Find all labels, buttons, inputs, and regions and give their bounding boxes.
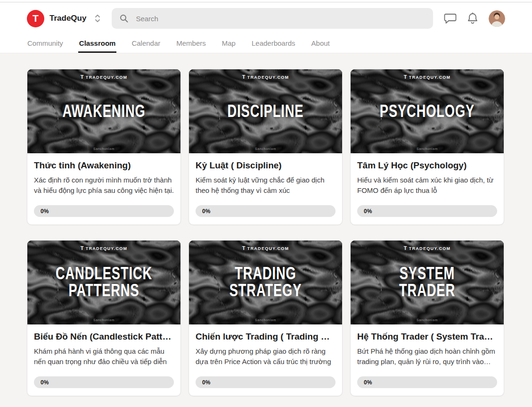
- cover-watermark: Sanchonlam: [351, 147, 504, 150]
- tab-map[interactable]: Map: [221, 34, 237, 53]
- course-title: Chiến lược Trading ( Trading Strat...: [196, 332, 336, 342]
- cover-title: PSYCHOLOGY: [352, 102, 503, 120]
- progress-label: 0%: [364, 208, 372, 215]
- header-icons: [444, 10, 505, 27]
- cover-brand: TTRADEQUY.COM: [351, 245, 504, 251]
- course-cover-image: TTRADEQUY.COM SYSTEMTRADER Sanchonlam: [351, 241, 504, 324]
- course-description: Bứt Phá hệ thống giao dịch hoàn chỉnh gồ…: [357, 346, 497, 367]
- nav-tabs: Community Classroom Calendar Members Map…: [0, 34, 532, 53]
- course-cover-image: TTRADEQUY.COM DISCIPLINE Sanchonlam: [189, 69, 342, 153]
- cover-watermark: Sanchonlam: [189, 318, 342, 322]
- progress-label: 0%: [41, 379, 49, 386]
- cover-brand-text: TRADEQUY.COM: [247, 75, 289, 80]
- course-card[interactable]: TTRADEQUY.COM PSYCHOLOGY Sanchonlam Tâm …: [350, 69, 504, 225]
- cover-title: CANDLESTICKPATTERNS: [28, 265, 180, 299]
- tab-leaderboards[interactable]: Leaderboards: [251, 34, 296, 53]
- course-card-body: Chiến lược Trading ( Trading Strat... Xâ…: [189, 324, 342, 396]
- cover-brand-logo: T: [404, 245, 408, 251]
- tab-members[interactable]: Members: [175, 34, 207, 53]
- course-cover-image: TTRADEQUY.COM AWAKENING Sanchonlam: [27, 69, 180, 153]
- course-card-body: Thức tỉnh (Awakening) Xác định rõ con ng…: [27, 153, 180, 224]
- course-card[interactable]: TTRADEQUY.COM AWAKENING Sanchonlam Thức …: [27, 69, 181, 225]
- progress-label: 0%: [41, 208, 49, 215]
- course-title: Thức tỉnh (Awakening): [34, 160, 174, 171]
- community-name: TradeQuy: [49, 14, 86, 23]
- cover-brand-text: TRADEQUY.COM: [86, 75, 128, 80]
- course-description: Kiểm soát kỷ luật vững chắc để giao dịch…: [196, 175, 336, 196]
- cover-watermark: Sanchonlam: [27, 318, 180, 322]
- cover-brand-logo: T: [242, 245, 246, 251]
- course-title: Biểu Đồ Nến (Candlestick Patterns): [34, 332, 174, 342]
- progress-label: 0%: [364, 379, 372, 386]
- course-description: Khám phá hành vi giá thông qua các mẫu n…: [34, 346, 174, 367]
- progress-label: 0%: [202, 379, 210, 386]
- cover-brand-logo: T: [404, 74, 408, 80]
- cover-brand-text: TRADEQUY.COM: [86, 246, 128, 251]
- progress-label: 0%: [202, 208, 210, 215]
- progress-bar: 0%: [357, 376, 497, 388]
- cover-brand: TTRADEQUY.COM: [189, 245, 342, 251]
- search-icon: [119, 14, 129, 23]
- course-cover-image: TTRADEQUY.COM PSYCHOLOGY Sanchonlam: [351, 69, 504, 153]
- progress-bar: 0%: [357, 205, 497, 217]
- course-card[interactable]: TTRADEQUY.COM TRADINGSTRATEGY Sanchonlam…: [188, 240, 343, 396]
- progress-bar: 0%: [34, 376, 174, 388]
- course-cover-image: TTRADEQUY.COM TRADINGSTRATEGY Sanchonlam: [189, 241, 342, 324]
- course-card-body: Hệ Thống Trader ( System Trader) Bứt Phá…: [351, 324, 504, 396]
- tab-classroom[interactable]: Classroom: [78, 34, 117, 53]
- course-card[interactable]: TTRADEQUY.COM DISCIPLINE Sanchonlam Kỷ L…: [188, 69, 343, 225]
- cover-brand: TTRADEQUY.COM: [189, 74, 342, 80]
- community-switcher-icon[interactable]: [93, 12, 102, 25]
- cover-brand: TTRADEQUY.COM: [351, 74, 504, 80]
- cover-title: DISCIPLINE: [190, 102, 341, 120]
- site-header: T TradeQuy: [0, 2, 532, 53]
- search-bar[interactable]: [112, 8, 433, 29]
- course-description: Hiểu và kiểm soát cảm xúc khi giao dịch,…: [357, 175, 497, 196]
- tab-calendar[interactable]: Calendar: [131, 34, 161, 53]
- cover-title: AWAKENING: [28, 102, 180, 120]
- course-title: Tâm Lý Học (Psychology): [357, 160, 497, 171]
- notifications-bell-icon[interactable]: [467, 12, 478, 25]
- course-description: Xây dựng phương pháp giao dịch rõ ràng d…: [196, 346, 336, 367]
- progress-bar: 0%: [196, 376, 336, 388]
- cover-brand: TTRADEQUY.COM: [27, 245, 180, 251]
- course-title: Hệ Thống Trader ( System Trader): [357, 332, 497, 342]
- course-grid: TTRADEQUY.COM AWAKENING Sanchonlam Thức …: [0, 53, 532, 407]
- logo-letter: T: [33, 13, 39, 24]
- community-logo[interactable]: T: [27, 10, 44, 27]
- cover-brand-text: TRADEQUY.COM: [247, 246, 289, 251]
- cover-brand-text: TRADEQUY.COM: [409, 75, 451, 80]
- tab-about[interactable]: About: [311, 34, 331, 53]
- tab-community[interactable]: Community: [26, 34, 64, 53]
- course-card-body: Tâm Lý Học (Psychology) Hiểu và kiểm soá…: [351, 153, 504, 224]
- cover-title: SYSTEMTRADER: [352, 265, 503, 299]
- cover-brand-logo: T: [242, 74, 246, 80]
- cover-brand: TTRADEQUY.COM: [27, 74, 180, 80]
- course-description: Xác định rõ con người mình muốn trở thàn…: [34, 175, 174, 196]
- cover-brand-logo: T: [81, 245, 84, 251]
- cover-watermark: Sanchonlam: [27, 147, 180, 150]
- progress-bar: 0%: [196, 205, 336, 217]
- cover-brand-logo: T: [81, 74, 84, 80]
- course-cover-image: TTRADEQUY.COM CANDLESTICKPATTERNS Sancho…: [27, 241, 180, 324]
- course-card-body: Biểu Đồ Nến (Candlestick Patterns) Khám …: [27, 324, 180, 396]
- header-top-row: T TradeQuy: [0, 2, 532, 34]
- progress-bar: 0%: [34, 205, 174, 217]
- cover-title: TRADINGSTRATEGY: [190, 265, 341, 299]
- user-avatar[interactable]: [489, 10, 505, 27]
- course-card-body: Kỷ Luật ( Discipline) Kiểm soát kỷ luật …: [189, 153, 342, 224]
- cover-watermark: Sanchonlam: [351, 318, 504, 322]
- cover-brand-text: TRADEQUY.COM: [409, 246, 451, 251]
- course-title: Kỷ Luật ( Discipline): [196, 160, 336, 171]
- chat-icon[interactable]: [444, 13, 457, 25]
- course-card[interactable]: TTRADEQUY.COM CANDLESTICKPATTERNS Sancho…: [27, 240, 181, 396]
- course-card[interactable]: TTRADEQUY.COM SYSTEMTRADER Sanchonlam Hệ…: [350, 240, 504, 396]
- search-input[interactable]: [135, 14, 426, 23]
- cover-watermark: Sanchonlam: [189, 147, 342, 150]
